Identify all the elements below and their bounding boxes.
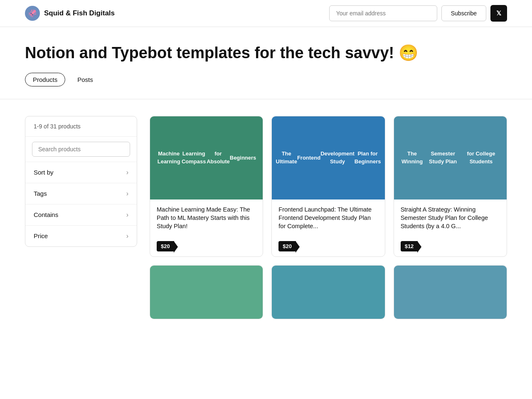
main-nav: Products Posts	[25, 73, 507, 86]
filter-sort-by[interactable]: Sort by ›	[25, 162, 137, 183]
hero-title: Notion and Typebot templates for the tec…	[25, 44, 507, 63]
product-price-area: $20	[272, 236, 384, 256]
product-count: 1-9 of 31 products	[25, 116, 137, 137]
search-input[interactable]	[32, 142, 130, 157]
product-info: Machine Learning Made Easy: The Path to …	[150, 200, 263, 231]
product-card-semester-study-plan[interactable]: The WinningSemester Study Planfor Colleg…	[394, 116, 507, 257]
nav-tab-posts[interactable]: Posts	[69, 73, 101, 86]
product-title: Machine Learning Made Easy: The Path to …	[157, 205, 256, 231]
filter-price-label: Price	[34, 232, 48, 239]
product-card-frontend-launchpad[interactable]: The UltimateFrontendDevelopment StudyPla…	[271, 116, 385, 257]
nav-tab-products[interactable]: Products	[25, 73, 65, 86]
product-price-area: $20	[150, 236, 263, 256]
email-input[interactable]	[329, 5, 437, 21]
header-actions: Subscribe 𝕏	[329, 5, 507, 22]
chevron-right-icon: ›	[126, 190, 128, 197]
main-content: 1-9 of 31 products Sort by › Tags › Cont…	[0, 99, 532, 336]
product-image: Machine LearningLearning Compassfor Abso…	[150, 116, 263, 200]
filter-price[interactable]: Price ›	[25, 226, 137, 246]
product-card-partial[interactable]	[394, 265, 507, 319]
product-title: Frontend Launchpad: The Ultimate Fronten…	[278, 205, 378, 231]
product-image: The UltimateFrontendDevelopment StudyPla…	[272, 116, 384, 200]
products-grid: Machine LearningLearning Compassfor Abso…	[150, 116, 507, 320]
product-image: The WinningSemester Study Planfor Colleg…	[394, 116, 507, 200]
filter-contains[interactable]: Contains ›	[25, 204, 137, 226]
chevron-right-icon: ›	[126, 169, 128, 176]
brand-name: Squid & Fish Digitals	[44, 9, 115, 17]
hero-section: Notion and Typebot templates for the tec…	[0, 27, 532, 99]
product-card-partial[interactable]	[150, 265, 263, 319]
product-title: Straight A Strategy: Winning Semester St…	[401, 205, 500, 231]
x-icon: 𝕏	[496, 10, 501, 17]
product-card-ml-study-plan[interactable]: Machine LearningLearning Compassfor Abso…	[150, 116, 263, 257]
filter-tags[interactable]: Tags ›	[25, 183, 137, 204]
logo-emoji: 🦑	[28, 9, 37, 18]
x-social-button[interactable]: 𝕏	[490, 5, 507, 22]
sidebar: 1-9 of 31 products Sort by › Tags › Cont…	[25, 116, 137, 247]
filter-tags-label: Tags	[34, 190, 47, 197]
filter-sort-label: Sort by	[34, 169, 54, 176]
product-info: Frontend Launchpad: The Ultimate Fronten…	[272, 200, 384, 231]
logo-icon: 🦑	[25, 6, 40, 21]
price-badge: $20	[157, 241, 174, 251]
product-info: Straight A Strategy: Winning Semester St…	[394, 200, 507, 231]
product-card-partial[interactable]	[271, 265, 385, 319]
logo-link[interactable]: 🦑 Squid & Fish Digitals	[25, 6, 115, 21]
subscribe-button[interactable]: Subscribe	[441, 5, 486, 21]
price-badge: $12	[401, 241, 418, 251]
product-price-area: $12	[394, 236, 507, 256]
filter-contains-label: Contains	[34, 211, 58, 218]
chevron-right-icon: ›	[126, 211, 128, 219]
search-box	[25, 137, 137, 162]
price-badge: $20	[278, 241, 296, 251]
site-header: 🦑 Squid & Fish Digitals Subscribe 𝕏	[0, 0, 532, 27]
chevron-right-icon: ›	[126, 232, 128, 240]
